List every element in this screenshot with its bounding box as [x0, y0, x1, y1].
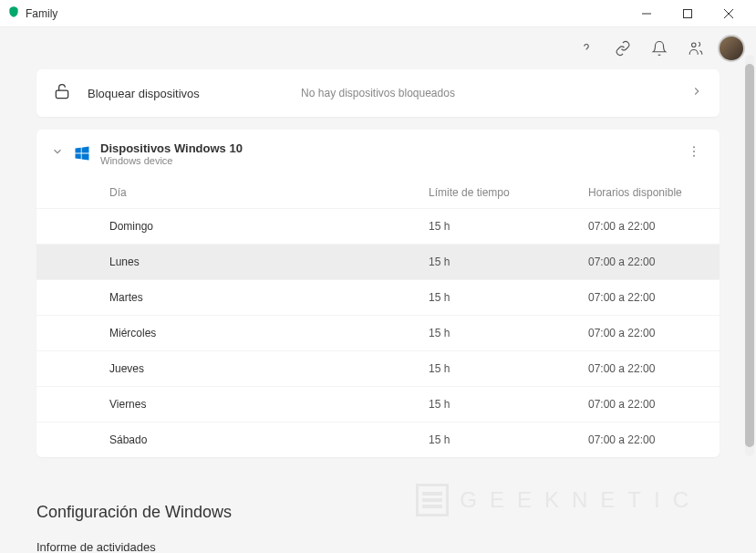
app-title: Family [26, 7, 57, 20]
device-title: Dispositivos Windows 10 [100, 141, 683, 155]
column-hours: Horarios disponible [588, 186, 705, 199]
cell-day: Sábado [109, 433, 429, 446]
more-options-button[interactable] [683, 141, 705, 166]
maximize-button[interactable] [667, 0, 708, 27]
cell-hours: 07:00 a 22:00 [588, 362, 705, 375]
cell-limit: 15 h [429, 398, 588, 411]
svg-rect-6 [56, 90, 67, 98]
lock-card-status: No hay dispositivos bloqueados [301, 87, 455, 99]
chevron-right-icon [690, 85, 703, 101]
app-icon [7, 5, 20, 22]
cell-limit: 15 h [429, 220, 588, 233]
table-row[interactable]: Martes 15 h 07:00 a 22:00 [36, 279, 720, 315]
people-button[interactable] [681, 34, 710, 63]
cell-hours: 07:00 a 22:00 [588, 398, 705, 411]
cell-day: Martes [109, 291, 429, 304]
scrollbar[interactable] [745, 55, 754, 456]
column-day: Día [109, 186, 429, 199]
help-button[interactable] [572, 34, 601, 63]
cell-day: Lunes [109, 256, 429, 268]
svg-point-8 [693, 151, 695, 152]
lock-devices-card[interactable]: Bloquear dispositivos No hay dispositivo… [36, 69, 720, 117]
cell-hours: 07:00 a 22:00 [588, 327, 705, 339]
svg-point-7 [693, 146, 695, 148]
table-row[interactable]: Sábado 15 h 07:00 a 22:00 [36, 422, 720, 457]
cell-day: Domingo [109, 220, 429, 233]
cell-hours: 07:00 a 22:00 [588, 256, 705, 268]
section-title: Configuración de Windows [36, 503, 720, 522]
content-area: Bloquear dispositivos No hay dispositivo… [0, 69, 756, 553]
unlock-icon [53, 82, 71, 104]
cell-limit: 15 h [429, 362, 588, 375]
device-subtitle: Windows device [100, 155, 683, 166]
table-row[interactable]: Domingo 15 h 07:00 a 22:00 [36, 208, 720, 244]
svg-point-5 [692, 43, 697, 47]
cell-hours: 07:00 a 22:00 [588, 220, 705, 233]
activity-report-link[interactable]: Informe de actividades [36, 540, 720, 553]
cell-hours: 07:00 a 22:00 [588, 291, 705, 304]
table-row[interactable]: Jueves 15 h 07:00 a 22:00 [36, 350, 720, 386]
schedule-table-body: Domingo 15 h 07:00 a 22:00 Lunes 15 h 07… [36, 208, 720, 457]
toolbar [0, 27, 756, 69]
table-row[interactable]: Viernes 15 h 07:00 a 22:00 [36, 386, 720, 422]
cell-day: Miércoles [109, 327, 429, 339]
cell-hours: 07:00 a 22:00 [588, 433, 705, 446]
minimize-button[interactable] [626, 0, 667, 27]
lock-card-title: Bloquear dispositivos [88, 87, 200, 100]
notifications-button[interactable] [645, 34, 674, 63]
table-row[interactable]: Miércoles 15 h 07:00 a 22:00 [36, 315, 720, 350]
cell-limit: 15 h [429, 291, 588, 304]
cell-day: Viernes [109, 398, 429, 411]
cell-limit: 15 h [429, 256, 588, 268]
chevron-down-icon[interactable] [51, 145, 64, 162]
windows-icon [73, 144, 91, 162]
svg-rect-1 [683, 9, 691, 17]
column-limit: Límite de tiempo [429, 186, 588, 199]
table-row[interactable]: Lunes 15 h 07:00 a 22:00 [36, 244, 720, 279]
svg-point-9 [693, 155, 695, 157]
scrollbar-thumb[interactable] [745, 64, 754, 447]
cell-limit: 15 h [429, 327, 588, 339]
close-button[interactable] [708, 0, 749, 27]
titlebar: Family [0, 0, 756, 27]
cell-day: Jueves [109, 362, 429, 375]
device-header: Dispositivos Windows 10 Windows device [36, 130, 720, 177]
link-button[interactable] [608, 34, 637, 63]
user-avatar[interactable] [718, 35, 745, 62]
schedule-table-header: Día Límite de tiempo Horarios disponible [36, 177, 720, 208]
cell-limit: 15 h [429, 433, 588, 446]
device-card: Dispositivos Windows 10 Windows device D… [36, 130, 720, 457]
